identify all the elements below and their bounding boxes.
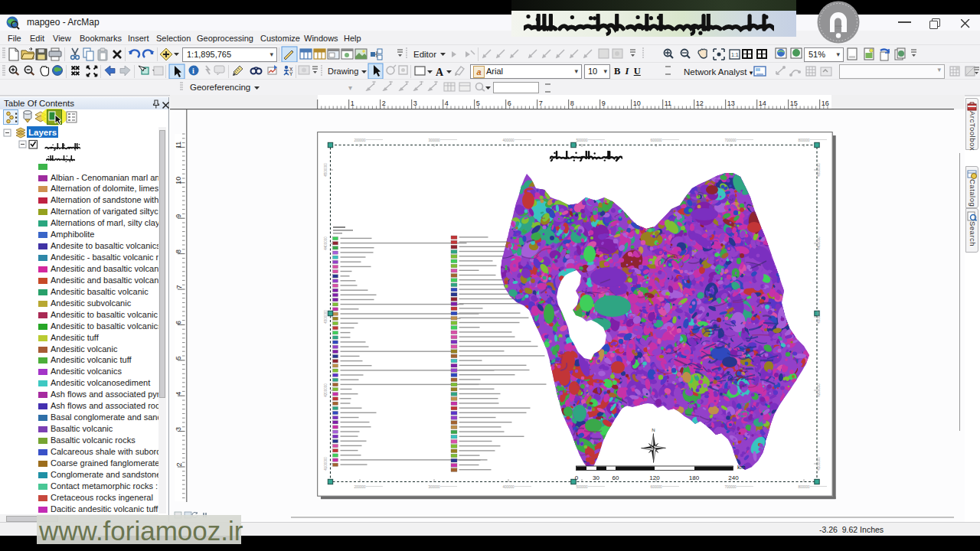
svg-text:4400000: 4400000 — [817, 236, 821, 250]
svg-text:400000: 400000 — [502, 139, 514, 142]
svg-text:500000: 500000 — [576, 485, 588, 489]
svg-text:11: 11 — [175, 142, 183, 148]
svg-text:10: 10 — [633, 99, 641, 107]
svg-text:4500000: 4500000 — [817, 163, 821, 177]
svg-text:300000: 300000 — [428, 139, 440, 142]
svg-text:4: 4 — [175, 392, 183, 396]
svg-text:4400000: 4400000 — [324, 236, 328, 250]
svg-text:200000: 200000 — [354, 139, 366, 142]
svg-text:11: 11 — [665, 99, 671, 107]
svg-text:6: 6 — [175, 321, 183, 324]
svg-text:N: N — [652, 428, 655, 432]
svg-text:300000: 300000 — [428, 485, 440, 489]
svg-text:60: 60 — [612, 474, 619, 481]
svg-text:12: 12 — [696, 99, 704, 107]
svg-text:6: 6 — [508, 99, 511, 107]
svg-text:400000: 400000 — [502, 485, 514, 489]
svg-text:4200000: 4200000 — [324, 383, 328, 397]
svg-text:600000: 600000 — [650, 485, 662, 489]
svg-text:4300000: 4300000 — [817, 310, 821, 324]
svg-text:120: 120 — [649, 474, 660, 481]
svg-text:8: 8 — [175, 249, 183, 253]
svg-text:4200000: 4200000 — [817, 383, 821, 397]
svg-text:4500000: 4500000 — [324, 163, 328, 177]
svg-text:5: 5 — [175, 356, 183, 360]
svg-text:700000: 700000 — [724, 485, 737, 489]
svg-text:15: 15 — [790, 99, 798, 107]
svg-text:km: km — [737, 464, 746, 471]
svg-text:800000: 800000 — [798, 485, 810, 489]
svg-text:1: 1 — [351, 99, 354, 107]
svg-text:10: 10 — [175, 177, 183, 184]
svg-text:600000: 600000 — [650, 139, 662, 142]
svg-text:4300000: 4300000 — [324, 310, 328, 324]
svg-text:9: 9 — [175, 214, 183, 218]
svg-text:4100000: 4100000 — [817, 457, 821, 471]
svg-text:180: 180 — [689, 474, 700, 481]
svg-text:4100000: 4100000 — [324, 457, 328, 471]
svg-text:200000: 200000 — [354, 485, 366, 489]
svg-text:14: 14 — [759, 99, 766, 107]
svg-text:13: 13 — [727, 99, 735, 107]
svg-text:3: 3 — [175, 427, 183, 431]
svg-text:3: 3 — [413, 99, 417, 107]
svg-text:5: 5 — [476, 99, 480, 107]
svg-text:9: 9 — [602, 99, 606, 107]
svg-text:4: 4 — [445, 99, 449, 107]
svg-text:0: 0 — [575, 474, 579, 481]
svg-text:2: 2 — [382, 99, 386, 107]
svg-text:16: 16 — [822, 99, 829, 107]
svg-text:7: 7 — [175, 285, 183, 289]
svg-text:500000: 500000 — [576, 139, 588, 142]
svg-text:8: 8 — [570, 99, 574, 107]
svg-text:800000: 800000 — [798, 139, 810, 142]
svg-text:700000: 700000 — [724, 139, 737, 142]
svg-text:2: 2 — [175, 462, 183, 466]
svg-text:7: 7 — [539, 99, 543, 107]
svg-text:30: 30 — [593, 474, 599, 481]
svg-text:240: 240 — [728, 474, 739, 481]
